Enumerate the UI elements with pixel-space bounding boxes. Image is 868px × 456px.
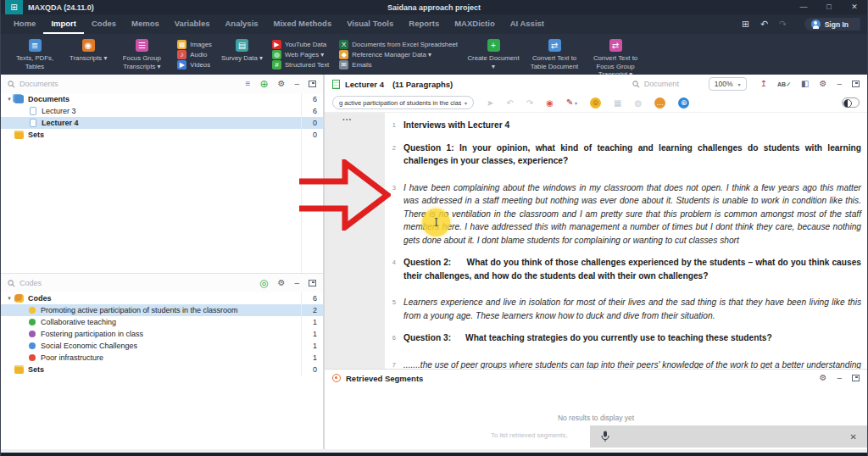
- settings-icon[interactable]: ⚙: [277, 80, 285, 88]
- settings-icon[interactable]: ⚙: [819, 374, 826, 382]
- document-item-lecturer-3[interactable]: Lecturer 36: [1, 105, 323, 117]
- tab-ai-assist[interactable]: AI Assist: [503, 14, 552, 34]
- ribbon-videos[interactable]: ▶Videos: [177, 59, 212, 70]
- ribbon-texts-pdfs-tables[interactable]: ≣Texts, PDFs, Tables: [4, 36, 65, 72]
- paragraph-text[interactable]: Question 2: What do you think of those c…: [403, 256, 861, 282]
- undock-panel-icon[interactable]: [852, 375, 860, 381]
- undock-panel-icon[interactable]: [309, 280, 316, 286]
- minimize-button[interactable]: —: [791, 0, 816, 14]
- coding-stripe-menu[interactable]: ...: [342, 113, 352, 122]
- zoom-select[interactable]: 100% ▾: [709, 77, 747, 91]
- undock-panel-icon[interactable]: [852, 81, 860, 87]
- ribbon-convert-text-to-table-document[interactable]: ⇄Convert Text to Table Document: [524, 36, 585, 72]
- tab-mixed-methods[interactable]: Mixed Methods: [266, 14, 340, 34]
- table-view-icon[interactable]: ⊞: [737, 19, 755, 30]
- dark-mode-toggle[interactable]: [842, 97, 860, 108]
- paragraph-text[interactable]: .......the use of peer groups where stud…: [403, 359, 861, 370]
- code-matrix-icon[interactable]: ▦: [614, 97, 621, 108]
- settings-icon[interactable]: ⚙: [819, 80, 826, 88]
- document-item-count: 0: [298, 119, 323, 127]
- tab-home[interactable]: Home: [6, 14, 43, 34]
- tab-codes[interactable]: Codes: [84, 14, 124, 34]
- dictation-bar[interactable]: ✕: [590, 425, 867, 448]
- add-document-icon[interactable]: ⊕: [259, 79, 268, 89]
- export-icon[interactable]: ↥: [760, 80, 767, 88]
- tab-maxdictio[interactable]: MAXDictio: [447, 14, 503, 34]
- minimize-panel-icon[interactable]: –: [294, 80, 299, 88]
- code-item-promoting-active-participation-of-students-in-the-classroom[interactable]: Promoting active participation of studen…: [1, 304, 323, 316]
- document-item-documents[interactable]: ▾Documents6: [1, 93, 323, 105]
- ribbon-audio[interactable]: ♪Audio: [177, 49, 212, 59]
- paragraph-text[interactable]: Learners experience and live in isolatio…: [403, 296, 861, 322]
- tab-memos[interactable]: Memos: [124, 14, 167, 34]
- code-item-poor-infrastructure[interactable]: Poor infrastructure1: [1, 352, 323, 364]
- close-button[interactable]: ✕: [842, 0, 867, 14]
- paragraph-text[interactable]: Interviews with Lecturer 4: [403, 119, 861, 132]
- ribbon-reference-manager-data[interactable]: ◆Reference Manager Data ▾: [339, 49, 458, 59]
- ribbon-transcripts[interactable]: ◉Transcripts ▾: [65, 36, 111, 72]
- document-search[interactable]: [632, 80, 695, 88]
- codes-search-input[interactable]: [19, 279, 96, 287]
- paragraph-number: 5: [385, 296, 403, 322]
- undo-coding-icon[interactable]: ↶: [506, 97, 513, 108]
- redo-icon[interactable]: ↷: [774, 19, 793, 30]
- ribbon-images[interactable]: ▦Images: [177, 39, 212, 49]
- code-item-codes[interactable]: ▾Codes6: [1, 292, 323, 304]
- ribbon-focus-group-transcripts[interactable]: ☰Focus Group Transcripts ▾: [111, 36, 172, 72]
- tab-variables[interactable]: Variables: [167, 14, 218, 34]
- code-item-label: Collaborative teaching: [41, 318, 116, 326]
- close-icon[interactable]: ✕: [850, 432, 857, 442]
- ribbon-emails[interactable]: ✉Emails: [339, 59, 458, 70]
- quick-code-select[interactable]: g active participation of students in th…: [332, 96, 474, 109]
- code-item-count: 1: [298, 330, 323, 338]
- paragraph-text[interactable]: I have been complaining about the window…: [403, 181, 861, 247]
- minimize-panel-icon[interactable]: –: [837, 80, 842, 88]
- code-item-sets[interactable]: Sets0: [1, 364, 323, 375]
- code-item-collaborative-teaching[interactable]: Collaborative teaching1: [1, 316, 323, 328]
- ribbon-structured-text[interactable]: #Structured Text: [272, 59, 329, 70]
- search-coded-segments-icon[interactable]: ◎: [259, 278, 268, 288]
- minimize-panel-icon[interactable]: –: [294, 279, 299, 287]
- external-link-icon[interactable]: ⊕: [678, 97, 689, 108]
- documents-search-input[interactable]: [19, 80, 96, 88]
- empty-state-hint: To list retrieved segments,: [491, 431, 568, 439]
- memo-icon[interactable]: …: [654, 97, 665, 108]
- ribbon-web-pages[interactable]: ◍Web Pages ▾: [272, 49, 329, 59]
- code-item-fostering-participation-in-class[interactable]: Fostering participation in class1: [1, 328, 323, 340]
- ribbon-convert-text-to-focus-group-transcript[interactable]: ⇄Convert Text to Focus Group Transcript …: [585, 36, 646, 72]
- chevron-down-icon[interactable]: ▾: [4, 295, 14, 302]
- tab-reports[interactable]: Reports: [401, 14, 447, 34]
- undo-icon[interactable]: ↶: [755, 19, 774, 30]
- color-coding-pen-icon[interactable]: ✎ ▾: [566, 97, 577, 109]
- minimize-panel-icon[interactable]: –: [837, 374, 842, 382]
- document-search-input[interactable]: [644, 80, 695, 88]
- undock-panel-icon[interactable]: [309, 81, 316, 87]
- documents-search[interactable]: [8, 80, 246, 88]
- code-item-social-economic-challenges[interactable]: Social Economic Challenges1: [1, 340, 323, 352]
- spellcheck-icon[interactable]: AB✓: [777, 81, 791, 87]
- restore-button[interactable]: □: [816, 0, 842, 14]
- sidebar-view-icon[interactable]: ◧: [801, 80, 809, 88]
- code-in-vivo-icon[interactable]: ◉: [546, 97, 554, 108]
- tab-visual-tools[interactable]: Visual Tools: [339, 14, 401, 34]
- document-item-lecturer-4[interactable]: Lecturer 40: [1, 117, 323, 129]
- ribbon-create-document[interactable]: +Create Document ▾: [463, 36, 524, 72]
- tab-import[interactable]: Import: [43, 14, 84, 34]
- coding-stripe-gutter[interactable]: ...: [325, 113, 385, 369]
- chevron-down-icon[interactable]: ▾: [4, 96, 14, 103]
- ribbon-youtube-data[interactable]: ▶YouTube Data: [272, 39, 329, 49]
- linked-document-icon[interactable]: ≡: [246, 80, 251, 88]
- ribbon-survey-data[interactable]: ▤Survey Data ▾: [217, 36, 267, 72]
- tab-analysis[interactable]: Analysis: [217, 14, 265, 34]
- sign-in-button[interactable]: Sign In: [804, 18, 860, 31]
- paragraph-text[interactable]: Question 3: What teaching strategies do …: [403, 331, 861, 345]
- emoticode-icon[interactable]: ☺: [590, 97, 601, 108]
- settings-icon[interactable]: ⚙: [277, 279, 285, 287]
- paragraph-text[interactable]: Question 1: In your opinion, what kind o…: [403, 142, 861, 168]
- ribbon-documents-from-excel-spreadsheet[interactable]: XDocuments from Excel Spreadsheet: [339, 39, 458, 49]
- codes-search[interactable]: [8, 279, 259, 287]
- document-item-sets[interactable]: Sets0: [1, 129, 323, 141]
- highlight-coding-icon[interactable]: ◍: [634, 97, 642, 108]
- redo-coding-icon[interactable]: ↷: [526, 97, 533, 108]
- code-with-last-icon[interactable]: ➤: [487, 97, 493, 108]
